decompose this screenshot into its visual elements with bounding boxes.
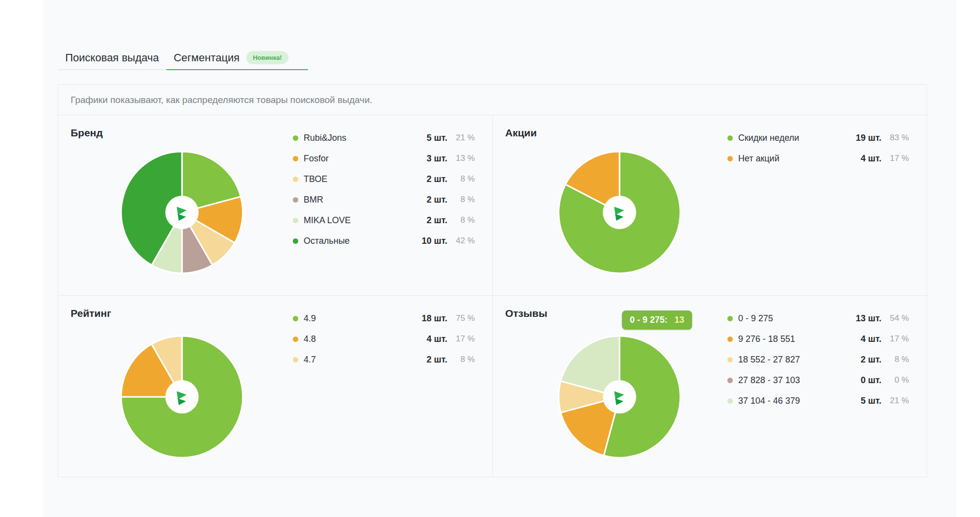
legend-percent: 17 % (881, 154, 909, 163)
legend-dot-icon (293, 177, 298, 182)
chart-tooltip: 0 - 9 275: 13 (622, 310, 692, 330)
legend-percent: 8 % (447, 215, 475, 225)
legend-percent: 83 % (881, 133, 909, 143)
legend-label: 27 828 - 37 103 (738, 375, 861, 386)
legend-item[interactable]: Rubi&Jons5 шт.21 % (293, 132, 475, 144)
legend-count: 2 шт. (861, 355, 881, 365)
legend-dot-icon (293, 218, 298, 223)
legend-percent: 8 % (447, 195, 475, 205)
legend-item[interactable]: 0 - 9 27513 шт.54 % (727, 312, 909, 324)
legend-item[interactable]: 9 276 - 18 5514 шт.17 % (727, 333, 909, 345)
legend-count: 4 шт. (427, 334, 447, 344)
info-text: Графики показывают, как распределяются т… (71, 95, 372, 105)
legend-percent: 75 % (447, 313, 475, 323)
pie-chart-rating[interactable] (119, 334, 245, 460)
legend-percent: 8 % (881, 355, 909, 364)
legend-dot-icon (293, 197, 298, 203)
chart-title: Бренд (71, 127, 103, 139)
legend-label: Скидки недели (738, 133, 856, 143)
legend-percent: 42 % (447, 236, 475, 246)
chart-legend: Rubi&Jons5 шт.21 %Fosfor3 шт.13 %ТВОЕ2 ш… (293, 132, 475, 256)
panel-brand: Бренд Rubi&Jons5 шт.21 %Fosfor3 шт.13 %Т… (58, 115, 492, 295)
pie-chart-reviews[interactable] (557, 334, 682, 460)
charts-grid: Бренд Rubi&Jons5 шт.21 %Fosfor3 шт.13 %Т… (58, 115, 927, 477)
legend-dot-icon (293, 316, 298, 321)
legend-item[interactable]: 27 828 - 37 1030 шт.0 % (727, 374, 909, 386)
legend-item[interactable]: Нет акций4 шт.17 % (727, 153, 909, 164)
legend-label: Rubi&Jons (304, 133, 427, 143)
legend-item[interactable]: BMR2 шт.8 % (293, 194, 475, 206)
legend-count: 18 шт. (422, 313, 447, 324)
legend-dot-icon (727, 398, 733, 404)
tab-label: Сегментация (174, 52, 240, 64)
legend-dot-icon (727, 156, 733, 161)
legend-label: ТВОЕ (304, 174, 427, 184)
pie-chart-brand[interactable] (119, 150, 245, 275)
legend-item[interactable]: MIKA LOVE2 шт.8 % (293, 214, 475, 226)
legend-dot-icon (727, 378, 733, 383)
tab-label: Поисковая выдача (65, 52, 159, 64)
chart-legend: 0 - 9 27513 шт.54 %9 276 - 18 5514 шт.17… (727, 312, 909, 415)
legend-dot-icon (727, 316, 733, 321)
legend-label: 0 - 9 275 (738, 313, 856, 324)
legend-item[interactable]: 37 104 - 46 3795 шт.21 % (727, 395, 909, 407)
legend-dot-icon (727, 357, 733, 362)
legend-percent: 17 % (447, 334, 475, 344)
legend-percent: 0 % (881, 375, 909, 385)
legend-item[interactable]: 4.84 шт.17 % (293, 333, 475, 345)
legend-label: 4.7 (304, 355, 427, 365)
legend-count: 2 шт. (427, 195, 447, 205)
legend-label: 37 104 - 46 379 (738, 396, 861, 406)
legend-percent: 21 % (447, 133, 475, 143)
panel-promotions: Акции Скидки недели19 шт.83 %Нет акций4 … (492, 115, 927, 295)
legend-count: 4 шт. (861, 334, 881, 344)
legend-count: 5 шт. (427, 133, 447, 143)
legend-label: 4.9 (304, 313, 422, 324)
legend-dot-icon (293, 135, 298, 141)
tab-search-results[interactable]: Поисковая выдача (58, 46, 166, 70)
legend-label: 4.8 (304, 334, 427, 344)
legend-label: Остальные (304, 236, 422, 246)
legend-dot-icon (293, 357, 298, 362)
chart-title: Акции (505, 127, 537, 139)
legend-count: 3 шт. (427, 154, 447, 164)
legend-item[interactable]: Скидки недели19 шт.83 % (727, 132, 909, 144)
legend-count: 5 шт. (861, 396, 881, 406)
legend-percent: 8 % (447, 355, 475, 364)
legend-count: 10 шт. (422, 236, 447, 246)
chart-title: Рейтинг (71, 308, 111, 319)
pie-chart-promotions[interactable] (557, 150, 682, 275)
legend-item[interactable]: 4.72 шт.8 % (293, 354, 475, 365)
legend-label: Fosfor (304, 154, 427, 164)
tooltip-label: 0 - 9 275: (630, 315, 668, 325)
legend-item[interactable]: ТВОЕ2 шт.8 % (293, 173, 475, 185)
legend-count: 13 шт. (856, 313, 881, 324)
legend-label: 18 552 - 27 827 (738, 355, 861, 365)
legend-label: 9 276 - 18 551 (738, 334, 861, 344)
new-feature-badge: Новинка! (246, 51, 288, 64)
panel-rating: Рейтинг 4.918 шт.75 %4.84 шт.17 %4.72 шт… (58, 295, 492, 477)
legend-label: Нет акций (738, 154, 861, 164)
legend-dot-icon (293, 156, 298, 161)
legend-percent: 21 % (881, 396, 909, 406)
legend-count: 19 шт. (856, 133, 881, 143)
legend-count: 2 шт. (427, 355, 447, 365)
tab-segmentation[interactable]: Сегментация Новинка! (166, 46, 308, 70)
tooltip-value: 13 (674, 315, 684, 325)
legend-item[interactable]: 4.918 шт.75 % (293, 312, 475, 324)
legend-label: MIKA LOVE (304, 215, 427, 226)
legend-count: 4 шт. (861, 154, 881, 164)
chart-legend: 4.918 шт.75 %4.84 шт.17 %4.72 шт.8 % (293, 312, 475, 374)
tabs-bar: Поисковая выдача Сегментация Новинка! (58, 46, 308, 70)
legend-item[interactable]: Остальные10 шт.42 % (293, 235, 475, 247)
legend-count: 2 шт. (427, 174, 447, 184)
legend-label: BMR (304, 195, 427, 205)
legend-percent: 54 % (881, 313, 909, 323)
legend-count: 2 шт. (427, 215, 447, 226)
legend-item[interactable]: Fosfor3 шт.13 % (293, 153, 475, 164)
legend-dot-icon (293, 336, 298, 342)
legend-dot-icon (727, 135, 733, 141)
legend-dot-icon (727, 336, 733, 342)
chart-title: Отзывы (505, 308, 547, 319)
legend-item[interactable]: 18 552 - 27 8272 шт.8 % (727, 354, 909, 365)
